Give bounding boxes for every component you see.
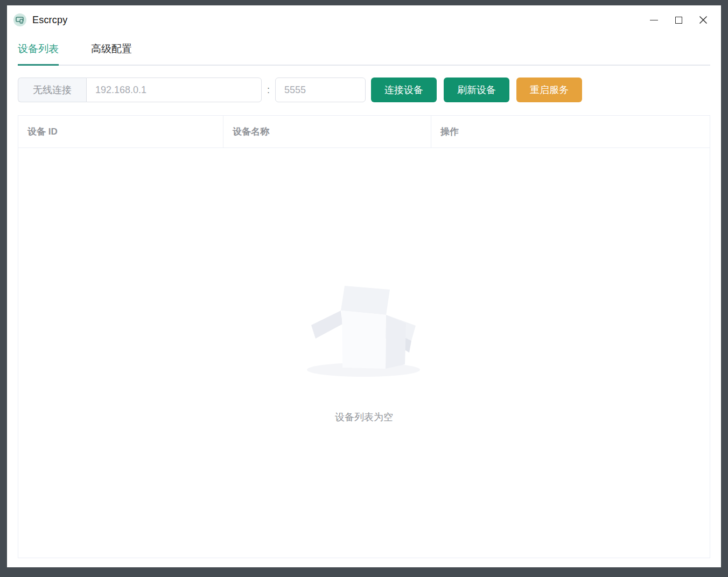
wireless-input-group: 无线连接 [18,78,262,102]
empty-list-message: 设备列表为空 [335,411,393,424]
tab-device-list-label: 设备列表 [18,43,59,54]
minimize-button[interactable] [641,9,666,31]
maximize-button[interactable] [666,9,691,31]
column-device-name: 设备名称 [223,116,431,147]
titlebar: Escrcpy [7,5,721,34]
port-input[interactable] [275,78,366,102]
device-table: 设备 ID 设备名称 操作 设备列表为空 [18,115,710,558]
wireless-connect-label: 无线连接 [18,78,86,102]
connection-toolbar: 无线连接 : 连接设备 刷新设备 重启服务 [7,78,721,102]
minimize-icon [650,20,658,20]
close-icon [699,16,708,24]
close-button[interactable] [691,9,716,31]
empty-box-illustration [299,283,429,379]
tabs-bar: 设备列表 高级配置 [7,36,721,66]
tabs-header: 设备列表 高级配置 [18,36,710,66]
refresh-devices-button[interactable]: 刷新设备 [444,78,509,102]
tab-advanced-config[interactable]: 高级配置 [91,36,132,65]
connect-device-button[interactable]: 连接设备 [371,78,437,102]
column-actions: 操作 [431,116,710,147]
device-table-header: 设备 ID 设备名称 操作 [18,116,710,148]
app-title: Escrcpy [32,15,67,26]
active-tab-indicator [18,64,59,66]
tab-device-list[interactable]: 设备列表 [18,36,59,65]
maximize-icon [675,17,682,24]
ip-port-separator: : [267,85,270,96]
restart-service-button[interactable]: 重启服务 [516,78,582,102]
app-logo-icon [13,13,26,26]
device-table-body: 设备列表为空 [18,148,710,558]
tab-advanced-config-label: 高级配置 [91,43,132,54]
column-device-id: 设备 ID [18,116,223,147]
ip-address-input[interactable] [86,78,262,102]
app-window: Escrcpy 设备列表 高级配置 无线连接 [7,5,721,567]
